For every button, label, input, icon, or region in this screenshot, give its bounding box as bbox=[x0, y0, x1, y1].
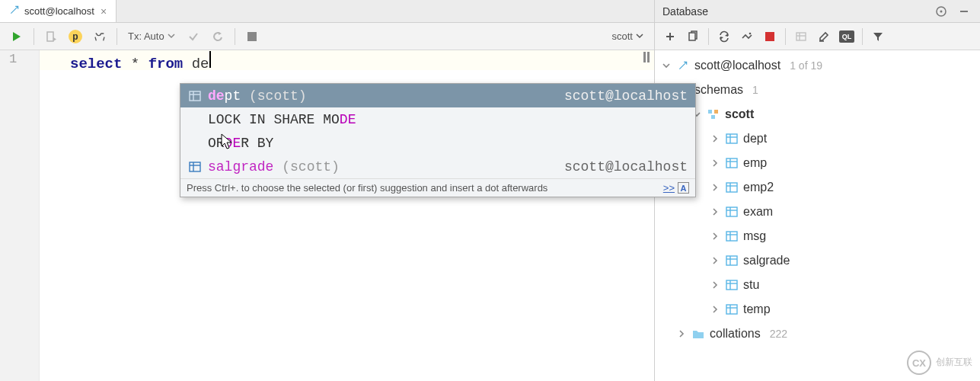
schema-label: scott bbox=[612, 30, 633, 42]
node-label: scott@localhost bbox=[694, 59, 780, 72]
tx-mode-selector[interactable]: Tx: Auto bbox=[123, 30, 180, 42]
node-label: emp bbox=[743, 156, 767, 170]
database-panel: Database bbox=[655, 0, 980, 381]
table-view-button[interactable] bbox=[790, 26, 812, 47]
chevron-right-icon[interactable] bbox=[710, 306, 720, 313]
schema-icon bbox=[707, 109, 720, 120]
completion-item[interactable]: LOCK IN SHARE MODE bbox=[180, 107, 695, 131]
commit-button[interactable] bbox=[183, 26, 204, 47]
table-node[interactable]: msg bbox=[655, 224, 980, 248]
code-line: select * from de bbox=[70, 51, 654, 72]
completion-label: LOCK IN SHARE MODE bbox=[208, 112, 356, 127]
completion-origin: scott@localhost bbox=[564, 159, 688, 174]
completion-hint: Press Ctrl+. to choose the selected (or … bbox=[180, 178, 695, 197]
table-node[interactable]: dept bbox=[655, 126, 980, 151]
svg-marker-3 bbox=[219, 32, 222, 35]
sync-button[interactable] bbox=[736, 26, 758, 47]
run-button[interactable] bbox=[6, 26, 27, 47]
new-button[interactable] bbox=[659, 26, 681, 47]
chevron-down-icon bbox=[168, 30, 175, 42]
table-node[interactable]: stu bbox=[655, 273, 980, 297]
stop-icon bbox=[765, 32, 774, 41]
sql-console-icon bbox=[9, 5, 20, 18]
table-node[interactable]: salgrade bbox=[655, 248, 980, 273]
ql-icon: QL bbox=[839, 30, 854, 43]
table-icon bbox=[725, 231, 739, 242]
svg-rect-36 bbox=[726, 256, 737, 265]
separator bbox=[235, 28, 235, 45]
schema-node[interactable]: scott bbox=[655, 102, 980, 126]
completion-popup: dept (scott)scott@localhostLOCK IN SHARE… bbox=[180, 83, 696, 197]
table-icon bbox=[725, 133, 739, 144]
table-icon bbox=[725, 182, 739, 193]
explain-plan-button[interactable]: p bbox=[65, 26, 86, 47]
svg-point-5 bbox=[940, 10, 943, 12]
node-label: temp bbox=[743, 303, 771, 316]
chevron-right-icon[interactable] bbox=[710, 159, 720, 167]
open-console-button[interactable]: QL bbox=[836, 26, 857, 47]
line-number: 1 bbox=[9, 52, 39, 66]
table-node[interactable]: emp2 bbox=[655, 175, 980, 200]
refresh-button[interactable] bbox=[713, 26, 735, 47]
hide-panel-icon[interactable] bbox=[956, 3, 972, 20]
keyword-from: from bbox=[148, 56, 184, 72]
node-label: salgrade bbox=[743, 254, 790, 267]
stop-button[interactable] bbox=[759, 26, 780, 47]
table-node[interactable]: temp bbox=[655, 297, 980, 322]
database-toolbar: QL bbox=[655, 23, 980, 50]
edit-button[interactable] bbox=[813, 26, 835, 47]
editor-tab[interactable]: scott@localhost × bbox=[0, 0, 117, 22]
chevron-right-icon[interactable] bbox=[710, 184, 720, 191]
folder-icon bbox=[691, 328, 705, 339]
collations-folder-node[interactable]: collations 222 bbox=[655, 322, 980, 346]
duplicate-button[interactable] bbox=[682, 26, 704, 47]
chevron-right-icon[interactable] bbox=[710, 257, 720, 264]
svg-rect-18 bbox=[708, 110, 712, 114]
svg-rect-21 bbox=[726, 134, 737, 143]
chevron-right-icon[interactable] bbox=[710, 232, 720, 240]
completion-item[interactable]: salgrade (scott)scott@localhost bbox=[180, 155, 695, 178]
database-panel-header: Database bbox=[655, 0, 980, 23]
completion-label: salgrade (scott) bbox=[208, 159, 340, 174]
close-icon[interactable]: × bbox=[101, 5, 107, 18]
execute-file-button[interactable] bbox=[40, 26, 62, 47]
inspection-icon[interactable] bbox=[643, 52, 650, 62]
caret bbox=[209, 51, 211, 68]
node-label: scott bbox=[725, 107, 754, 121]
completion-item[interactable]: ORDER BY bbox=[180, 131, 695, 155]
database-tree[interactable]: scott@localhost 1 of 19 schemas 1 scott bbox=[655, 50, 980, 381]
filter-button[interactable] bbox=[867, 26, 889, 47]
node-label: exam bbox=[743, 205, 773, 219]
schemas-folder-node[interactable]: schemas 1 bbox=[655, 78, 980, 102]
completion-more-link[interactable]: >> bbox=[663, 182, 675, 194]
chevron-right-icon[interactable] bbox=[710, 281, 720, 289]
schema-selector[interactable]: scott bbox=[612, 30, 648, 42]
editor-tab-bar: scott@localhost × bbox=[0, 0, 654, 23]
node-meta: 1 of 19 bbox=[790, 59, 822, 72]
node-meta: 1 bbox=[752, 84, 758, 96]
settings-button[interactable] bbox=[89, 26, 110, 47]
database-panel-title: Database bbox=[662, 5, 927, 18]
svg-rect-33 bbox=[726, 232, 737, 241]
table-node[interactable]: emp bbox=[655, 151, 980, 175]
table-icon bbox=[725, 207, 739, 217]
panel-options-icon[interactable] bbox=[933, 3, 950, 20]
table-icon bbox=[725, 255, 739, 266]
datasource-node[interactable]: scott@localhost 1 of 19 bbox=[655, 53, 980, 78]
completion-item[interactable]: dept (scott)scott@localhost bbox=[180, 84, 695, 107]
table-node[interactable]: exam bbox=[655, 200, 980, 224]
cancel-query-button[interactable] bbox=[241, 26, 263, 47]
rollback-button[interactable] bbox=[207, 26, 228, 47]
chevron-right-icon[interactable] bbox=[676, 330, 687, 338]
chevron-right-icon[interactable] bbox=[710, 208, 720, 216]
table-icon bbox=[188, 91, 202, 101]
watermark: CX 创新互联 bbox=[907, 351, 972, 375]
stop-icon bbox=[247, 32, 257, 41]
separator bbox=[862, 28, 863, 45]
completion-a-box[interactable]: A bbox=[678, 182, 689, 194]
keyword-select: select bbox=[70, 56, 122, 72]
chevron-down-icon[interactable] bbox=[661, 62, 672, 69]
table-icon bbox=[725, 280, 739, 290]
svg-rect-9 bbox=[689, 33, 695, 40]
chevron-right-icon[interactable] bbox=[710, 135, 720, 142]
